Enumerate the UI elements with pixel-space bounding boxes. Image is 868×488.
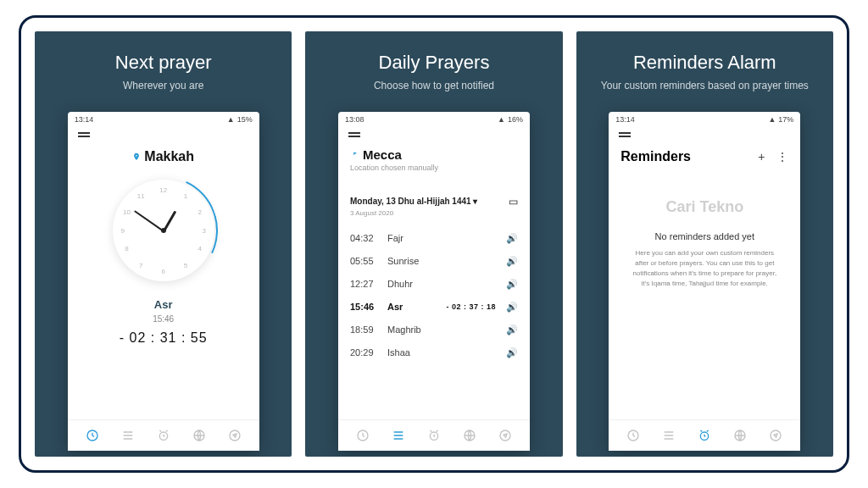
sound-icon[interactable]: 🔊	[506, 324, 518, 336]
clock-num: 6	[161, 267, 164, 274]
bottom-nav	[68, 419, 259, 451]
add-icon[interactable]: +	[758, 150, 765, 164]
date-row[interactable]: Monday, 13 Dhu al-Hijjah 1441 ▾ ▭	[350, 196, 518, 208]
location-name: Mecca	[363, 147, 402, 162]
nav-compass-icon[interactable]	[769, 429, 782, 442]
prayer-name: Asr	[387, 302, 436, 312]
nav-alarm-icon[interactable]	[157, 429, 170, 442]
prayer-countdown: - 02 : 37 : 18	[446, 302, 496, 311]
panel-subtitle: Wherever you are	[106, 79, 220, 93]
prayer-time: 05:55	[350, 256, 377, 266]
status-time: 13:14	[75, 115, 94, 124]
reminders-title: Reminders	[620, 149, 691, 164]
nav-list-icon[interactable]	[121, 429, 135, 442]
panel-title: Reminders Alarm	[633, 52, 776, 74]
battery-text: 16%	[508, 115, 523, 124]
status-right: ▲ 17%	[768, 115, 793, 124]
prayer-list: 04:32Fajr🔊05:55Sunrise🔊12:27Dhuhr🔊15:46A…	[350, 227, 518, 364]
nav-clock-icon[interactable]	[356, 429, 370, 442]
nav-globe-icon[interactable]	[733, 429, 747, 442]
clock-num: 9	[120, 226, 124, 234]
clock-center	[161, 228, 166, 233]
nav-alarm-icon[interactable]	[698, 429, 711, 442]
prayer-name: Fajr	[387, 233, 496, 243]
phone-mockup: 13:08 ▲ 16% Mecca Location chosen manual…	[338, 112, 530, 451]
nav-globe-icon[interactable]	[192, 429, 206, 442]
nav-clock-icon[interactable]	[626, 429, 640, 442]
menu-icon[interactable]	[78, 132, 90, 134]
pin-icon	[132, 152, 141, 161]
prayer-time: 04:32	[350, 233, 377, 243]
app-showcase-frame: Next prayer Wherever you are 13:14 ▲ 15%…	[19, 15, 849, 473]
svg-point-3	[230, 430, 240, 441]
svg-point-7	[500, 430, 510, 441]
reminders-header: Reminders + ⋮	[620, 149, 788, 164]
prayer-time: 18:59	[350, 324, 377, 335]
empty-title: No reminders added yet	[620, 231, 788, 241]
clock-num: 1	[184, 191, 187, 199]
nav-list-icon[interactable]	[662, 429, 676, 442]
prayer-row[interactable]: 15:46Asr- 02 : 37 : 18🔊	[350, 296, 518, 319]
prayer-row[interactable]: 05:55Sunrise🔊	[350, 250, 518, 273]
battery-text: 17%	[778, 115, 793, 124]
screen-content: Reminders + ⋮ Cari Tekno No reminders ad…	[609, 137, 800, 419]
prayer-row[interactable]: 18:59Maghrib🔊	[350, 319, 518, 341]
nav-list-icon[interactable]	[392, 429, 405, 442]
calendar-icon[interactable]: ▭	[509, 196, 518, 208]
panel-title: Next prayer	[115, 52, 212, 74]
status-time: 13:08	[345, 115, 364, 124]
status-right: ▲ 15%	[227, 115, 253, 124]
nav-globe-icon[interactable]	[463, 429, 476, 442]
nav-clock-icon[interactable]	[86, 429, 99, 442]
screen-content: Makkah 12 1 2 3 4 5 6 7 8 9	[68, 137, 259, 419]
sound-icon[interactable]: 🔊	[506, 347, 518, 358]
sound-icon[interactable]: 🔊	[506, 279, 518, 290]
prayer-row[interactable]: 04:32Fajr🔊	[350, 227, 518, 250]
signal-icon: ▲	[498, 115, 505, 124]
prayer-row[interactable]: 20:29Ishaa🔊	[350, 341, 518, 364]
panel-title: Daily Prayers	[379, 52, 490, 74]
prayer-row[interactable]: 12:27Dhuhr🔊	[350, 273, 518, 296]
nav-alarm-icon[interactable]	[427, 429, 441, 442]
location-row[interactable]: Mecca	[350, 147, 518, 162]
svg-point-11	[771, 430, 781, 441]
sound-icon[interactable]: 🔊	[506, 302, 518, 313]
menu-icon[interactable]	[619, 132, 631, 134]
status-bar: 13:08 ▲ 16%	[338, 112, 530, 127]
prayer-name: Ishaa	[387, 347, 496, 358]
signal-icon: ▲	[768, 115, 776, 124]
panel-daily-prayers: Daily Prayers Choose how to get notified…	[305, 31, 562, 457]
nav-compass-icon[interactable]	[498, 429, 512, 442]
hijri-date: Monday, 13 Dhu al-Hijjah 1441 ▾	[350, 197, 477, 206]
battery-text: 15%	[237, 115, 253, 124]
prayer-time: 15:46	[350, 302, 377, 312]
more-icon[interactable]: ⋮	[776, 150, 788, 164]
clock-num: 11	[137, 191, 145, 199]
status-bar: 13:14 ▲ 15%	[68, 112, 259, 127]
clock-num: 10	[123, 208, 131, 216]
sound-icon[interactable]: 🔊	[506, 233, 518, 244]
phone-mockup: 13:14 ▲ 15% Makkah 12 1	[68, 112, 259, 451]
app-bar	[609, 127, 800, 137]
clock-num: 4	[198, 245, 202, 252]
screen-content: Mecca Location chosen manually Monday, 1…	[338, 137, 530, 419]
panel-subtitle: Your custom reminders based on prayer ti…	[584, 79, 826, 93]
prayer-time: 20:29	[350, 347, 377, 358]
panel-subtitle: Choose how to get notified	[357, 79, 511, 93]
analog-clock: 12 1 2 3 4 5 6 7 8 9 10 11	[113, 180, 214, 281]
clock-num: 8	[125, 245, 128, 252]
location-sub: Location chosen manually	[350, 164, 518, 172]
nav-compass-icon[interactable]	[228, 429, 242, 442]
clock-num: 7	[139, 261, 142, 269]
next-prayer-name: Asr	[80, 298, 248, 311]
panel-reminders: Reminders Alarm Your custom reminders ba…	[576, 31, 833, 457]
menu-icon[interactable]	[348, 132, 360, 134]
app-bar	[68, 127, 259, 137]
status-bar: 13:14 ▲ 17%	[609, 112, 800, 127]
signal-icon: ▲	[227, 115, 235, 124]
watermark-logo: Cari Tekno	[620, 198, 788, 216]
prayer-name: Dhuhr	[387, 279, 496, 289]
sound-icon[interactable]: 🔊	[506, 256, 518, 267]
clock-num: 12	[159, 186, 167, 193]
location-row[interactable]: Makkah	[80, 149, 248, 164]
